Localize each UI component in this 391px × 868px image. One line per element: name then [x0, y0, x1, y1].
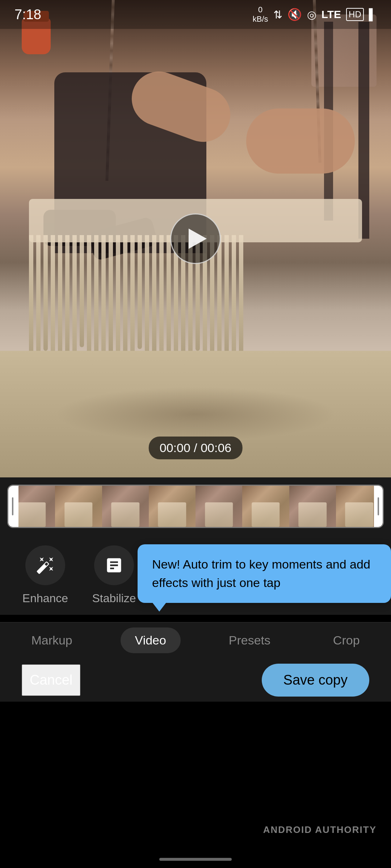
enhance-icon: [36, 556, 55, 575]
stabilize-icon: [105, 556, 123, 575]
tab-presets[interactable]: Presets: [214, 627, 285, 653]
timeline-area: [0, 477, 391, 535]
timeline-frame: [149, 486, 196, 527]
tool-enhance[interactable]: Enhance: [22, 545, 69, 605]
save-copy-button[interactable]: Save copy: [262, 664, 369, 697]
timeline-handle-right[interactable]: [374, 486, 383, 527]
tab-markup[interactable]: Markup: [17, 627, 87, 653]
stabilize-icon-circle: [94, 545, 134, 585]
cancel-button[interactable]: Cancel: [22, 664, 80, 696]
handle-grip: [12, 497, 13, 515]
timeline-frame: [289, 486, 336, 527]
lte-icon: LTE: [321, 8, 341, 21]
stabilize-label: Stabilize: [92, 592, 136, 605]
watermark: ANDROID AUTHORITY: [263, 824, 377, 835]
mute-icon: 🔇: [287, 8, 302, 21]
status-bar: 7:18 0kB/s ⇅ 🔇 ◎ LTE HD ▌: [0, 0, 391, 29]
timeline-frame: [242, 486, 289, 527]
timeline-strip[interactable]: [7, 485, 384, 528]
time-display: 00:00 / 00:06: [149, 437, 243, 459]
battery-icon: ▌: [369, 8, 377, 21]
play-button[interactable]: [170, 213, 221, 264]
status-time: 7:18: [14, 7, 41, 22]
status-icons: 0kB/s ⇅ 🔇 ◎ LTE HD ▌: [253, 5, 377, 24]
tool-stabilize[interactable]: Stabilize: [91, 545, 138, 605]
hd-icon: HD: [346, 8, 364, 21]
tooltip-bubble: New! Auto trim to key moments and add ef…: [138, 544, 391, 603]
timeline-playhead[interactable]: [17, 485, 18, 528]
video-player[interactable]: 00:00 / 00:06: [0, 0, 391, 477]
timeline-frame: [196, 486, 242, 527]
location-icon: ◎: [307, 8, 316, 21]
person-arm: [246, 109, 355, 174]
data-speed-icon: 0kB/s: [253, 5, 268, 24]
timeline-handle-left[interactable]: [8, 486, 17, 527]
tooltip-text: New! Auto trim to key moments and add ef…: [152, 557, 370, 590]
home-indicator: [159, 858, 232, 861]
bottom-actions: Cancel Save copy: [0, 658, 391, 702]
play-icon: [189, 229, 207, 249]
timeline-frame: [102, 486, 149, 527]
enhance-label: Enhance: [22, 592, 68, 605]
tab-video[interactable]: Video: [121, 627, 181, 653]
timeline-frame: [55, 486, 102, 527]
upload-download-icon: ⇅: [273, 8, 282, 21]
handle-grip-right: [378, 497, 379, 515]
shadow: [54, 387, 337, 441]
enhance-icon-circle: [25, 545, 65, 585]
timeline-frames: [8, 486, 383, 527]
tab-crop[interactable]: Crop: [319, 627, 374, 653]
bottom-tabs: Markup Video Presets Crop: [0, 622, 391, 658]
